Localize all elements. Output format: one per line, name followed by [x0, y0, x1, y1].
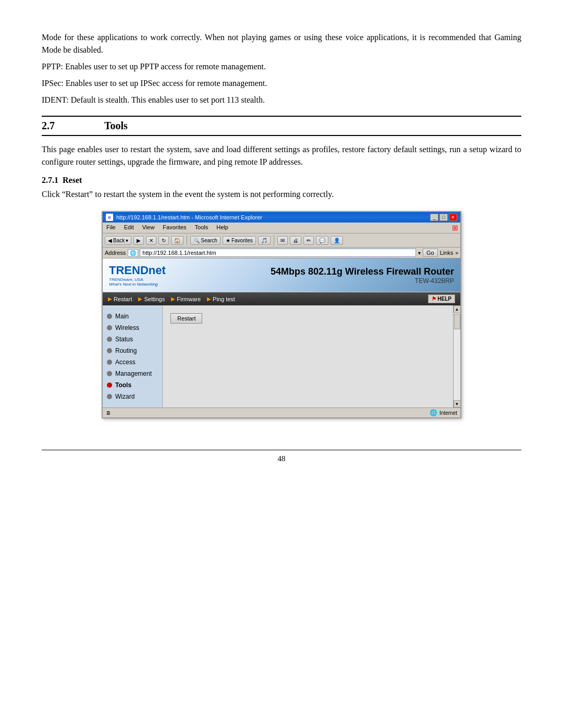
- restart-button[interactable]: Restart: [170, 313, 202, 324]
- logo-text: TRENDnet: [109, 264, 166, 277]
- address-label: Address: [105, 250, 126, 256]
- sidebar-item-wizard[interactable]: Wizard: [103, 391, 162, 402]
- sidebar-item-wireless[interactable]: Wireless: [103, 322, 162, 334]
- messenger-button[interactable]: 👤: [331, 236, 343, 245]
- sidebar-item-status[interactable]: Status: [103, 334, 162, 345]
- mail-button[interactable]: ✉: [277, 236, 288, 245]
- sidebar-dot-management: [107, 371, 112, 376]
- favorites-button[interactable]: ★ Favorites: [223, 236, 256, 245]
- address-chevron-icon: ▾: [418, 250, 421, 256]
- forward-button[interactable]: ▶: [133, 236, 144, 245]
- address-globe-icon: 🌐: [128, 249, 138, 257]
- section-number: 2.7: [42, 120, 73, 132]
- scroll-down-button[interactable]: ▼: [454, 400, 461, 408]
- section-description: This page enables user to restart the sy…: [42, 143, 521, 168]
- media-icon: 🎵: [261, 238, 267, 243]
- menu-edit[interactable]: Edit: [123, 224, 136, 232]
- menu-view[interactable]: View: [141, 224, 156, 232]
- messenger-icon: 👤: [334, 238, 340, 243]
- help-button[interactable]: ⚑ HELP: [428, 294, 455, 303]
- arrow-icon-firmware: ▶: [171, 296, 175, 302]
- titlebar-left: e http://192.168.1.1/restart.htm - Micro…: [106, 214, 262, 221]
- toolbar-separator-2: [274, 235, 274, 245]
- titlebar-buttons: _ □ ✕: [430, 214, 457, 221]
- browser-window: e http://192.168.1.1/restart.htm - Micro…: [102, 211, 461, 418]
- router-sidebar: Main Wireless Status Routing Access: [103, 305, 163, 408]
- arrow-icon-restart: ▶: [108, 296, 112, 302]
- browser-icon: e: [106, 214, 113, 221]
- stop-icon: ✕: [149, 238, 153, 243]
- sidebar-dot-access: [107, 360, 112, 365]
- links-arrow-icon: »: [455, 250, 458, 256]
- page-number: 48: [42, 454, 521, 463]
- sidebar-dot-tools: [107, 382, 112, 388]
- sidebar-item-main[interactable]: Main: [103, 311, 162, 322]
- browser-toolbar: ◀ Back ▾ ▶ ✕ ↻ 🏠 🔍 Search ★ Favorites 🎵 …: [103, 233, 460, 248]
- globe-icon: 🌐: [430, 409, 437, 416]
- discuss-button[interactable]: 💬: [316, 236, 328, 245]
- menu-help[interactable]: Help: [215, 224, 230, 232]
- maximize-button[interactable]: □: [439, 214, 448, 221]
- section-heading: 2.7 Tools: [42, 116, 521, 136]
- sidebar-item-management[interactable]: Management: [103, 368, 162, 379]
- sidebar-dot-routing: [107, 348, 112, 353]
- discuss-icon: 💬: [319, 238, 325, 243]
- product-model: TEW-432BRP: [271, 277, 454, 285]
- logo-sub: TRENDware, USA: [109, 277, 143, 282]
- forward-icon: ▶: [137, 238, 141, 243]
- help-flag-icon: ⚑: [432, 296, 436, 302]
- paragraph-1: Mode for these applications to work corr…: [42, 31, 521, 56]
- scroll-up-button[interactable]: ▲: [454, 305, 461, 313]
- logo-tagline: What's Next in Networking: [109, 282, 158, 287]
- nav-tab-restart[interactable]: ▶ Restart: [108, 296, 132, 302]
- print-button[interactable]: 🖨: [290, 236, 301, 245]
- sidebar-item-access[interactable]: Access: [103, 356, 162, 368]
- router-content: Restart: [163, 305, 453, 408]
- page-icon: 🗎: [106, 410, 111, 416]
- stop-button[interactable]: ✕: [146, 236, 156, 245]
- sidebar-item-tools[interactable]: Tools: [103, 379, 162, 391]
- router-main-area: Main Wireless Status Routing Access: [103, 305, 460, 408]
- address-input[interactable]: http://192.168.1.1/restart.htm: [140, 249, 416, 257]
- refresh-button[interactable]: ↻: [158, 236, 169, 245]
- scrollbar[interactable]: ▲ ▼: [453, 305, 460, 408]
- media-button[interactable]: 🎵: [258, 236, 271, 245]
- print-icon: 🖨: [293, 238, 298, 243]
- scroll-thumb[interactable]: [454, 314, 460, 329]
- subsection-heading: 2.7.1 Reset: [42, 176, 521, 185]
- section-title: Tools: [104, 120, 128, 132]
- trendnet-logo: TRENDnet TRENDware, USA What's Next in N…: [109, 264, 166, 287]
- home-icon: 🏠: [174, 238, 180, 243]
- sidebar-dot-wireless: [107, 325, 112, 330]
- router-page: TRENDnet TRENDware, USA What's Next in N…: [103, 258, 460, 417]
- sidebar-dot-status: [107, 337, 112, 342]
- subsection-description: Click “Restart” to restart the system in…: [42, 188, 521, 201]
- status-loading-icon: 🗎: [106, 410, 111, 416]
- search-button[interactable]: 🔍 Search: [190, 236, 221, 245]
- arrow-icon-settings: ▶: [138, 296, 142, 302]
- home-button[interactable]: 🏠: [171, 236, 183, 245]
- close-button[interactable]: ✕: [449, 214, 457, 221]
- star-icon: ★: [226, 238, 230, 243]
- sidebar-dot-wizard: [107, 394, 112, 399]
- paragraph-4: IDENT: Default is stealth. This enables …: [42, 94, 521, 106]
- search-icon: 🔍: [193, 238, 200, 243]
- menu-file[interactable]: File: [105, 224, 117, 232]
- links-label: Links: [440, 250, 454, 256]
- nav-tab-firmware[interactable]: ▶ Firmware: [171, 296, 201, 302]
- back-button[interactable]: ◀ Back ▾: [105, 236, 131, 245]
- toolbar-separator-1: [187, 235, 187, 245]
- mail-icon: ✉: [280, 238, 285, 243]
- sidebar-dot-main: [107, 314, 112, 319]
- minimize-button[interactable]: _: [430, 214, 438, 221]
- nav-tab-pingtest[interactable]: ▶ Ping test: [207, 296, 235, 302]
- go-button[interactable]: Go: [423, 249, 438, 257]
- nav-tab-settings[interactable]: ▶ Settings: [138, 296, 165, 302]
- browser-title: http://192.168.1.1/restart.htm - Microso…: [116, 214, 262, 220]
- browser-statusbar: 🗎 🌐 Internet: [103, 408, 460, 417]
- menu-tools[interactable]: Tools: [193, 224, 210, 232]
- sidebar-item-routing[interactable]: Routing: [103, 345, 162, 356]
- edit-btn[interactable]: ✏: [303, 236, 314, 245]
- menu-favorites[interactable]: Favorites: [161, 224, 188, 232]
- paragraph-2: PPTP: Enables user to set up PPTP access…: [42, 60, 521, 73]
